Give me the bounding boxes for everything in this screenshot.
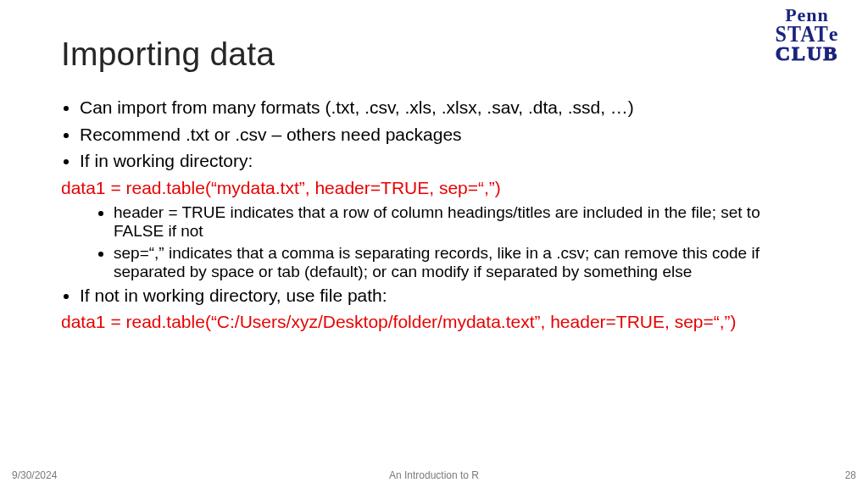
penn-state-club-logo: Penn STATe CLUB (765, 7, 849, 63)
bullet-list: Can import from many formats (.txt, .csv… (61, 97, 807, 172)
footer-title: An Introduction to R (0, 469, 868, 481)
bullet-item: If not in working directory, use file pa… (80, 285, 807, 307)
bullet-item: Can import from many formats (.txt, .csv… (80, 97, 807, 119)
bullet-item: Recommend .txt or .csv – others need pac… (80, 124, 807, 146)
logo-line-3: CLUB (765, 44, 849, 64)
bullet-list: If not in working directory, use file pa… (61, 285, 807, 307)
code-line: data1 = read.table(“C:/Users/xyz/Desktop… (61, 311, 807, 333)
logo-line-2: STATe (765, 25, 849, 44)
code-line: data1 = read.table(“mydata.txt”, header=… (61, 177, 807, 199)
sub-bullet-list: header = TRUE indicates that a row of co… (61, 203, 807, 280)
footer-page-number: 28 (845, 469, 856, 481)
slide-content: Can import from many formats (.txt, .csv… (61, 97, 807, 333)
sub-bullet-item: sep=“,” indicates that a comma is separa… (114, 244, 807, 281)
sub-bullet-item: header = TRUE indicates that a row of co… (114, 203, 807, 241)
bullet-item: If in working directory: (80, 150, 807, 172)
slide-title: Importing data (61, 36, 807, 73)
slide: Penn STATe CLUB Importing data Can impor… (0, 0, 868, 488)
